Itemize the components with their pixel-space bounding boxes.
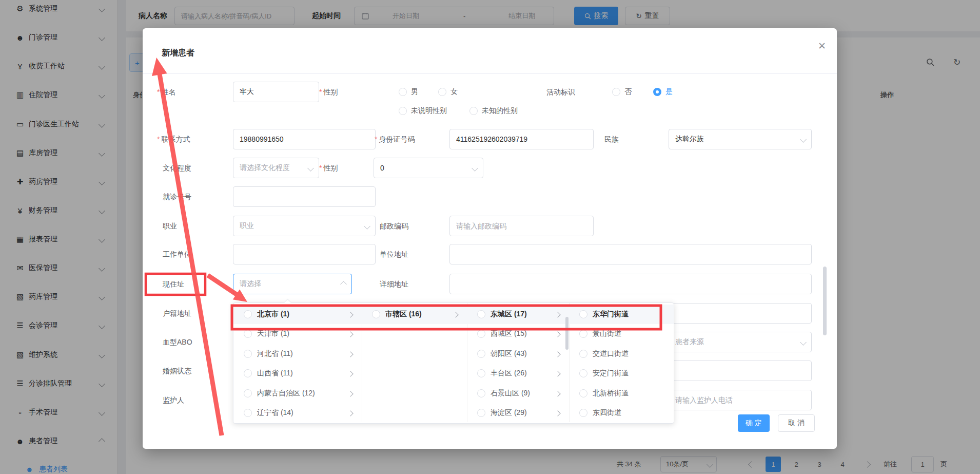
gender-radio-male[interactable]: 男	[399, 82, 418, 102]
radio-icon[interactable]	[579, 310, 587, 318]
postal-code-label: 邮政编码	[380, 216, 408, 236]
cascader-option[interactable]: 市辖区 (16)	[362, 305, 467, 324]
radio-icon[interactable]	[579, 330, 587, 338]
marital-status-right-input[interactable]	[669, 361, 812, 381]
detail-address-label: 详细地址	[380, 274, 408, 294]
name-input[interactable]	[233, 82, 319, 102]
cascader-option[interactable]: 丰台区 (26)	[467, 364, 569, 383]
modal-scrollbar[interactable]	[823, 267, 827, 335]
cascader-option[interactable]: 安定门街道	[569, 364, 674, 383]
radio-icon[interactable]	[477, 389, 485, 397]
chevron-down-icon	[365, 222, 369, 230]
chevron-right-icon	[348, 408, 352, 418]
cascader-option-label: 内蒙古自治区 (12)	[257, 389, 315, 398]
radio-icon[interactable]	[244, 310, 252, 318]
cascader-option[interactable]: 辽宁省 (14)	[233, 403, 362, 422]
radio-icon[interactable]	[579, 369, 587, 377]
patient-source-select[interactable]: 患者来源	[669, 332, 812, 352]
gender-code-label: *性别	[319, 158, 338, 178]
cascader-option[interactable]: 海淀区 (29)	[467, 403, 569, 422]
chevron-right-icon	[556, 369, 560, 378]
cascader-option[interactable]: 东四街道	[569, 403, 674, 422]
active-flag-radio-no[interactable]: 否	[612, 82, 632, 102]
cascader-option-label: 景山街道	[593, 329, 621, 338]
radio-icon[interactable]	[244, 330, 252, 338]
occupation-select[interactable]: 职业	[233, 216, 376, 236]
contact-input[interactable]	[233, 129, 376, 149]
close-icon[interactable]: ✕	[816, 40, 828, 52]
current-address-label: 现住址	[163, 274, 184, 294]
cascader-option[interactable]: 西城区 (15)	[467, 324, 569, 344]
marital-status-label: 婚姻状态	[163, 361, 191, 381]
registered-address-right-input[interactable]	[669, 303, 812, 324]
ethnicity-select[interactable]: 达斡尔族	[669, 129, 812, 149]
cascader-option[interactable]: 天津市 (1)	[233, 324, 362, 344]
cascader-option[interactable]: 东华门街道	[569, 305, 674, 324]
radio-icon[interactable]	[579, 409, 587, 417]
guardian-phone-input[interactable]	[669, 390, 812, 410]
radio-icon[interactable]	[477, 409, 485, 417]
active-flag-label: 活动标识	[546, 82, 575, 102]
radio-icon[interactable]	[372, 310, 380, 318]
cascader-option[interactable]: 河北省 (11)	[233, 344, 362, 364]
cascader-option[interactable]: 北京市 (1)	[233, 305, 362, 324]
gender-radio-unstated[interactable]: 未说明性别	[399, 101, 447, 121]
cascader-option-label: 交道口街道	[593, 349, 629, 358]
modal-header-divider	[143, 73, 837, 74]
chevron-right-icon	[556, 310, 560, 319]
id-number-input[interactable]	[449, 129, 594, 149]
chevron-down-icon	[473, 164, 477, 172]
education-select[interactable]: 请选择文化程度	[233, 158, 319, 178]
app-root: ⚙系统管理☻门诊管理¥收费工作站▥住院管理▭门诊医生工作站▤库房管理✚药房管理¥…	[0, 0, 980, 474]
cascader-option[interactable]: 交道口街道	[569, 344, 674, 364]
cancel-button[interactable]: 取 消	[778, 414, 815, 432]
ethnicity-label: 民族	[604, 129, 619, 149]
chevron-down-icon	[801, 338, 806, 346]
radio-icon[interactable]	[244, 350, 252, 358]
postal-code-input[interactable]	[449, 216, 594, 236]
cascader-scrollbar[interactable]	[565, 317, 569, 350]
cascader-option[interactable]: 景山街道	[569, 324, 674, 344]
cascader-option[interactable]: 东城区 (17)	[467, 305, 569, 324]
radio-icon[interactable]	[579, 350, 587, 358]
active-flag-radio-yes[interactable]: 是	[653, 82, 673, 102]
work-unit-label: 工作单位	[163, 244, 191, 264]
add-patient-modal: 新增患者 ✕ *姓名 *性别 男 女 活动标识 否 是 未说明性别 未知的性别 …	[143, 28, 837, 449]
cascader-option[interactable]: 石景山区 (9)	[467, 384, 569, 403]
chevron-down-icon	[801, 135, 806, 143]
cascader-option-label: 朝阳区 (43)	[491, 349, 527, 358]
cascader-option-label: 海淀区 (29)	[491, 408, 527, 418]
radio-icon[interactable]	[477, 310, 485, 318]
name-label: *姓名	[157, 82, 175, 102]
radio-icon[interactable]	[244, 389, 252, 397]
radio-icon[interactable]	[244, 369, 252, 377]
radio-icon[interactable]	[579, 389, 587, 397]
visit-card-input[interactable]	[233, 186, 376, 207]
gender-code-select[interactable]: 0	[374, 158, 483, 178]
unit-address-input[interactable]	[449, 244, 812, 264]
cascader-option-label: 西城区 (15)	[491, 329, 527, 338]
chevron-right-icon	[348, 349, 352, 358]
cascader-province-column: 北京市 (1)天津市 (1)河北省 (11)山西省 (11)内蒙古自治区 (12…	[233, 303, 362, 422]
current-address-cascader[interactable]: 请选择	[233, 274, 352, 294]
cascader-option[interactable]: 内蒙古自治区 (12)	[233, 384, 362, 403]
gender-radio-unknown[interactable]: 未知的性别	[469, 101, 518, 121]
radio-icon[interactable]	[244, 409, 252, 417]
cascader-option-label: 辽宁省 (14)	[257, 408, 293, 418]
confirm-button[interactable]: 确 定	[738, 414, 770, 432]
chevron-right-icon	[556, 329, 560, 338]
chevron-right-icon	[556, 408, 560, 418]
work-unit-input[interactable]	[233, 244, 376, 264]
visit-card-label: 就诊卡号	[163, 186, 191, 207]
radio-icon[interactable]	[477, 330, 485, 338]
radio-icon[interactable]	[477, 369, 485, 377]
modal-title: 新增患者	[162, 48, 194, 59]
cascader-option-label: 安定门街道	[593, 369, 629, 378]
education-label: 文化程度	[163, 158, 191, 178]
detail-address-input[interactable]	[449, 274, 812, 294]
radio-icon[interactable]	[477, 350, 485, 358]
cascader-option[interactable]: 山西省 (11)	[233, 364, 362, 383]
cascader-option[interactable]: 朝阳区 (43)	[467, 344, 569, 364]
gender-radio-female[interactable]: 女	[438, 82, 458, 102]
cascader-option[interactable]: 北新桥街道	[569, 384, 674, 403]
